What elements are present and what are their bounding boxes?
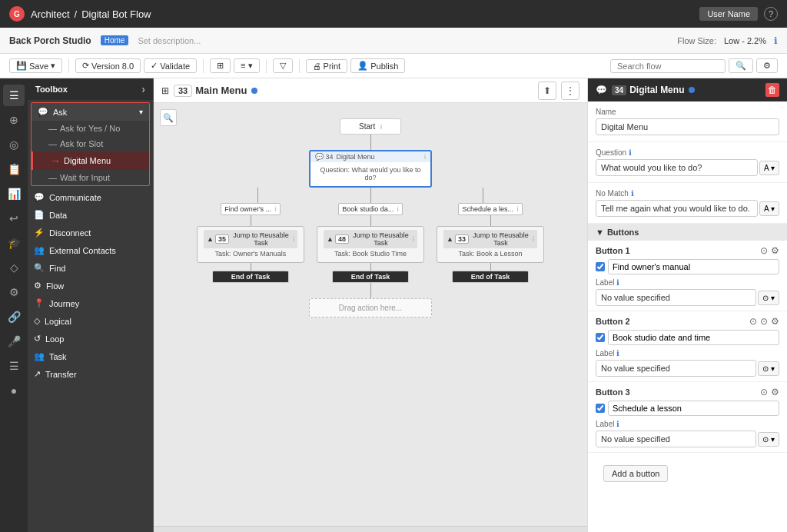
branch-2-label[interactable]: Book studio da... i (338, 203, 403, 215)
rp-nomatch-expand-button[interactable]: A ▾ (759, 201, 779, 216)
rail-gear-icon[interactable]: ⚙ (3, 281, 25, 303)
search-button[interactable]: 🔍 (729, 58, 753, 73)
canvas-body[interactable]: 🔍 Start i 💬 34 (154, 103, 587, 526)
rp-question-expand-button[interactable]: A ▾ (759, 161, 779, 175)
canvas-share-icon[interactable]: ⬆ (538, 81, 556, 100)
button-1-up-icon[interactable]: ⊙ (760, 245, 768, 256)
toolbox-close-button[interactable]: › (141, 83, 145, 95)
rail-list-icon[interactable]: ☰ (3, 355, 25, 377)
toolbox-sub-ask-yes-no[interactable]: — Ask for Yes / No (32, 121, 149, 136)
external-contacts-category[interactable]: 👥 External Contacts (28, 241, 153, 259)
journey-icon: 📍 (34, 298, 45, 308)
branch-3-label[interactable]: Schedule a les... i (458, 203, 522, 215)
toolbox-sub-ask-slot[interactable]: — Ask for Slot (32, 136, 149, 151)
nomatch-info-icon[interactable]: ℹ (631, 189, 634, 198)
buttons-section-header[interactable]: ▼ Buttons (588, 224, 787, 241)
rp-question-input[interactable] (596, 159, 758, 176)
journey-category[interactable]: 📍 Journey (28, 294, 153, 312)
rp-question-row: A ▾ (596, 159, 779, 176)
canvas-hierarchy-icon[interactable]: ⊞ (161, 85, 169, 96)
button-2-label-input[interactable] (596, 360, 756, 377)
canvas-more-icon[interactable]: ⋮ (561, 81, 579, 100)
question-info-icon[interactable]: ℹ (629, 148, 632, 157)
task-node-3[interactable]: ▲ 33 Jump to Reusable Task i Task: Book … (437, 226, 544, 263)
rail-mic-icon[interactable]: 🎤 (3, 331, 25, 352)
button-3-up-icon[interactable]: ⊙ (760, 387, 768, 397)
rail-education-icon[interactable]: 🎓 (3, 232, 25, 254)
start-node[interactable]: Start i (340, 118, 401, 135)
button-3-label-label: Label ℹ (596, 420, 779, 428)
button-3-settings-icon[interactable]: ⚙ (771, 387, 779, 397)
rail-menu-icon[interactable]: ☰ (3, 85, 25, 106)
rail-history-icon[interactable]: ↩ (3, 208, 25, 229)
search-flow-input[interactable] (610, 59, 726, 73)
button-1-text-input[interactable] (608, 259, 779, 274)
settings-button[interactable]: ⚙ (756, 58, 778, 73)
view-toggle-button[interactable]: ⊞ (210, 58, 231, 73)
home-badge[interactable]: Home (101, 35, 129, 45)
flow-category[interactable]: ⚙ Flow (28, 277, 153, 294)
ask-category[interactable]: 💬 Ask ▾ (32, 103, 149, 121)
data-category[interactable]: 📄 Data (28, 206, 153, 224)
button-3-text-input[interactable] (608, 401, 779, 416)
task-category[interactable]: 👥 Task (28, 347, 153, 365)
rp-name-input[interactable] (596, 118, 779, 135)
b1-label-info[interactable]: ℹ (616, 278, 619, 287)
validate-button[interactable]: ✓ Validate (144, 58, 197, 73)
canvas-scrollbar[interactable] (154, 526, 587, 532)
rail-circle-icon[interactable]: ◎ (3, 134, 25, 155)
b2-label-info[interactable]: ℹ (616, 349, 619, 357)
disconnect-category[interactable]: ⚡ Disconnect (28, 224, 153, 241)
button-3-checkbox[interactable] (596, 404, 605, 413)
button-2-checkbox[interactable] (596, 333, 605, 342)
toolbox-sub-digital-menu[interactable]: → Digital Menu (32, 151, 149, 170)
button-2-text-input[interactable] (608, 330, 779, 345)
task-node-1[interactable]: ▲ 35 Jump to Reusable Task i Task: Owner… (197, 226, 304, 263)
communicate-category[interactable]: 💬 Communicate (28, 188, 153, 206)
button-3-label-expand[interactable]: ⊙ ▾ (758, 432, 779, 447)
button-1-settings-icon[interactable]: ⚙ (771, 245, 779, 256)
branch-1-label[interactable]: Find owner's ... i (221, 203, 280, 215)
save-button[interactable]: 💾 Save ▾ (9, 58, 62, 73)
flow-name[interactable]: Digital Bot Flow (81, 8, 151, 20)
drag-action-area[interactable]: Drag action here... (309, 298, 432, 318)
button-1-checkbox[interactable] (596, 262, 605, 271)
version-button[interactable]: ⟳ Version 8.0 (75, 58, 141, 73)
task-node-2[interactable]: ▲ 48 Jump to Reusable Task i Task: Book … (317, 226, 424, 263)
rail-add-icon[interactable]: ⊕ (3, 109, 25, 131)
transfer-category[interactable]: ↗ Transfer (28, 365, 153, 383)
set-description[interactable]: Set description... (138, 36, 201, 45)
find-category[interactable]: 🔍 Find (28, 259, 153, 277)
rp-name-label: Name (596, 108, 779, 116)
save-chevron: ▾ (51, 61, 55, 71)
rail-clipboard-icon[interactable]: 📋 (3, 158, 25, 180)
help-icon[interactable]: ? (764, 7, 778, 21)
toolbox-sub-wait-input[interactable]: — Wait for Input (32, 170, 149, 185)
rail-diamond-icon[interactable]: ◇ (3, 257, 25, 278)
b3-label-info[interactable]: ℹ (616, 420, 619, 428)
button-2-settings-icon[interactable]: ⚙ (771, 316, 779, 327)
button-2-down-icon[interactable]: ⊙ (760, 316, 768, 327)
user-button[interactable]: User Name (699, 7, 758, 21)
main-digital-menu-node[interactable]: 💬 34 Digital Menu i Question: What would… (309, 150, 432, 188)
button-1-label-expand[interactable]: ⊙ ▾ (758, 291, 779, 305)
button-1-label-input[interactable] (596, 289, 756, 306)
flow-size-info-icon[interactable]: ℹ (774, 35, 778, 46)
print-button[interactable]: 🖨 Print (306, 59, 348, 73)
loop-category[interactable]: ↺ Loop (28, 330, 153, 347)
button-2-up-icon[interactable]: ⊙ (749, 316, 757, 327)
rp-delete-button[interactable]: 🗑 (765, 83, 779, 97)
rail-chart-icon[interactable]: 📊 (3, 183, 25, 204)
logical-category[interactable]: ◇ Logical (28, 312, 153, 330)
button-3-label-input[interactable] (596, 431, 756, 447)
app-name[interactable]: Architect (31, 8, 70, 20)
list-view-button[interactable]: ≡ ▾ (234, 58, 259, 73)
toolbar: 💾 Save ▾ ⟳ Version 8.0 ✓ Validate ⊞ ≡ ▾ … (0, 54, 787, 78)
rail-dot-icon[interactable]: ● (3, 380, 25, 401)
rail-link-icon[interactable]: 🔗 (3, 306, 25, 328)
button-2-label-expand[interactable]: ⊙ ▾ (758, 361, 779, 376)
add-button-button[interactable]: Add a button (603, 465, 668, 482)
publish-button[interactable]: 👤 Publish (350, 58, 405, 73)
filter-button[interactable]: ▽ (273, 58, 293, 73)
rp-nomatch-input[interactable] (596, 200, 758, 217)
